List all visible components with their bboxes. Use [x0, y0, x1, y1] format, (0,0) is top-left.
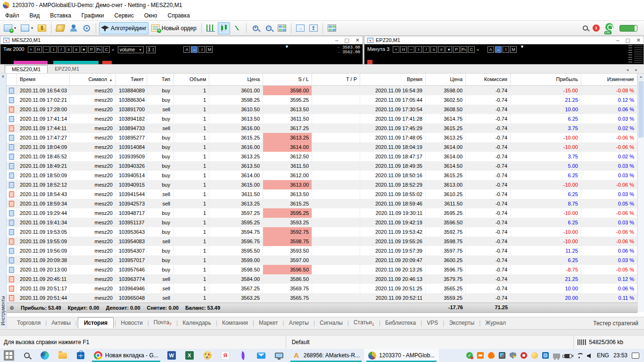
- close-toolbox-button[interactable]: ×: [2, 74, 5, 80]
- chart-tab-epz20-m1[interactable]: EPZ20,M1: [48, 65, 86, 73]
- taskbar-edge-button[interactable]: [36, 349, 54, 362]
- scroll-up-icon[interactable]: ▲: [638, 74, 644, 80]
- chart-title-bar[interactable]: EPZ20,M1 – ▢ ✕: [364, 36, 644, 44]
- symbols-button[interactable]: [36, 22, 48, 34]
- history-row[interactable]: 2020.11.09 19:41:34mesz20103951137buy135…: [7, 218, 637, 227]
- tab-scroll-left-icon[interactable]: ◂: [626, 67, 631, 72]
- maximize-button[interactable]: ▢: [625, 37, 630, 43]
- expand-icon[interactable]: ⊕: [9, 304, 14, 311]
- close-button[interactable]: ✕: [636, 37, 641, 43]
- tab-алерты[interactable]: Алерты: [285, 318, 313, 328]
- history-row[interactable]: 2020.11.09 18:59:34mesz20103942573sell13…: [7, 199, 637, 208]
- chart-tool-button[interactable]: ●: [81, 46, 87, 53]
- chart-tool-button[interactable]: −: [43, 46, 50, 53]
- history-row[interactable]: 2020.11.09 17:47:27mesz20103895277buy136…: [7, 133, 637, 142]
- history-row[interactable]: 2020.11.09 20:09:38mesz20103957017buy135…: [7, 255, 637, 265]
- tray-monitor-icon[interactable]: [499, 352, 505, 359]
- column-header[interactable]: Прибыль: [511, 74, 581, 86]
- history-row[interactable]: 2020.11.09 20:51:17mesz20103964946sell13…: [7, 284, 637, 293]
- chart-mode-button[interactable]: A: [487, 46, 494, 53]
- chart-canvas[interactable]: Минута 3 +H−I/≡≡●PPₕC◂ A→IM ▼: [364, 44, 644, 64]
- tab-журнал[interactable]: Журнал: [481, 318, 510, 328]
- scrollbar-thumb[interactable]: [638, 81, 644, 138]
- minimize-button[interactable]: –: [616, 37, 619, 43]
- chart-tool-button[interactable]: C: [468, 46, 475, 53]
- chart-tool-button[interactable]: +: [393, 46, 399, 53]
- history-row[interactable]: 2020.11.09 17:02:21mesz20103886304buy135…: [7, 95, 637, 105]
- history-row[interactable]: 2020.11.09 20:13:00mesz20103957646buy135…: [7, 265, 637, 274]
- order-doc-button[interactable]: Новый ордер: [149, 22, 198, 34]
- tab-календарь[interactable]: Календарь: [179, 318, 215, 328]
- tray-orangebox-icon[interactable]: [477, 352, 484, 359]
- new-chart-button[interactable]: ▾: [2, 22, 18, 34]
- history-row[interactable]: 2020.11.09 17:44:11mesz20103894733sell13…: [7, 123, 637, 133]
- chart-title-bar[interactable]: MESZ20,M1 – ▢ ✕: [0, 36, 363, 44]
- chart-tool-button[interactable]: ≡: [73, 46, 80, 53]
- history-row[interactable]: 2020.11.09 18:45:52mesz20103939509buy136…: [7, 152, 637, 161]
- minimize-button[interactable]: –: [335, 37, 338, 43]
- taskbar-mail-button[interactable]: [252, 349, 270, 362]
- tray-wifi-icon[interactable]: [576, 353, 583, 358]
- menu-item-5[interactable]: Сервис: [109, 12, 139, 19]
- chart-tool-button[interactable]: ≡: [66, 46, 72, 53]
- tab-активы[interactable]: Активы: [48, 318, 74, 328]
- column-header[interactable]: Тикет: [116, 74, 147, 86]
- taskbar-rdp-button[interactable]: [270, 349, 288, 362]
- taskbar-explorer-button[interactable]: [54, 349, 72, 362]
- tab-история[interactable]: История: [78, 317, 114, 328]
- chart-mode-button[interactable]: A: [183, 46, 190, 53]
- column-header[interactable]: Время: [360, 74, 426, 86]
- taskbar-palette-button[interactable]: [198, 349, 216, 362]
- column-header[interactable]: S / L: [263, 74, 312, 86]
- status-profile[interactable]: Default: [286, 336, 574, 349]
- notification-badge[interactable]: 1: [593, 25, 600, 32]
- tab-новости[interactable]: Новости: [117, 318, 146, 328]
- broadcast-button[interactable]: [81, 22, 93, 34]
- volume-dropdown[interactable]: volume ▼: [118, 46, 144, 53]
- community-level-button[interactable]: LVL: [604, 23, 615, 33]
- tab-компания[interactable]: Компания: [218, 318, 252, 328]
- chart-mode-button[interactable]: I: [503, 46, 509, 53]
- taskbar-word-button[interactable]: [163, 349, 181, 362]
- chart-tool-button[interactable]: ●: [446, 46, 452, 53]
- history-row[interactable]: 2020.11.09 19:55:09mesz20103954083sell13…: [7, 237, 637, 246]
- chart-mode-button[interactable]: I: [198, 46, 205, 53]
- community-button[interactable]: [67, 22, 80, 34]
- chart-tool-button[interactable]: Pₕ: [461, 46, 467, 53]
- chart-tool-button[interactable]: H: [400, 46, 407, 53]
- tab-эксперты[interactable]: Эксперты: [445, 318, 478, 328]
- chart-mode-button[interactable]: →: [191, 46, 198, 53]
- history-row[interactable]: 2020.11.09 18:50:09mesz20103940514buy136…: [7, 171, 637, 180]
- language-indicator[interactable]: ENG: [597, 352, 609, 359]
- taskbar-searchtb-button[interactable]: [18, 349, 36, 362]
- chart-tool-button[interactable]: +: [28, 46, 34, 53]
- profiles-button[interactable]: ▾: [19, 22, 35, 34]
- chart-tool-button[interactable]: I: [50, 46, 57, 53]
- close-button[interactable]: ✕: [355, 37, 360, 43]
- column-header[interactable]: T / P: [312, 74, 360, 86]
- tray-battery-icon[interactable]: [564, 354, 572, 358]
- chart-mode-button[interactable]: →: [495, 46, 502, 53]
- tab-торговля[interactable]: Торговля: [13, 318, 44, 328]
- tray-palette2-icon[interactable]: [531, 352, 538, 359]
- zoom-out-button[interactable]: [263, 22, 275, 34]
- history-row[interactable]: 2020.11.09 19:29:44mesz20103948717buy135…: [7, 208, 637, 218]
- chart-tool-button[interactable]: P: [453, 46, 460, 53]
- history-center-button[interactable]: [54, 22, 66, 34]
- taskbar-excel-button[interactable]: [181, 349, 198, 362]
- tray-monitor2-icon[interactable]: [553, 354, 560, 358]
- zoom-in-button[interactable]: [249, 22, 262, 34]
- taskbar-chrome-window-button[interactable]: Новая вкладка - G...: [90, 349, 163, 362]
- vertical-scrollbar[interactable]: ▲: [637, 74, 644, 312]
- auto-scroll-button[interactable]: [307, 22, 320, 34]
- column-header[interactable]: Цена: [426, 74, 466, 86]
- tray-check-icon[interactable]: [466, 352, 473, 359]
- taskbar-start-button[interactable]: [0, 349, 18, 362]
- tray-redstar-icon[interactable]: [520, 352, 527, 359]
- history-row[interactable]: 2020.11.09 17:41:14mesz20103894182buy136…: [7, 114, 637, 123]
- history-row[interactable]: 2020.11.09 19:56:09mesz20103954307buy135…: [7, 246, 637, 255]
- arrange-windows-button[interactable]: [326, 22, 338, 34]
- history-row[interactable]: 2020.11.09 16:54:03mesz20103884089buy136…: [7, 86, 637, 95]
- history-row[interactable]: 2020.11.09 18:54:43mesz20103941544sell13…: [7, 189, 637, 199]
- column-header[interactable]: Время: [17, 74, 70, 86]
